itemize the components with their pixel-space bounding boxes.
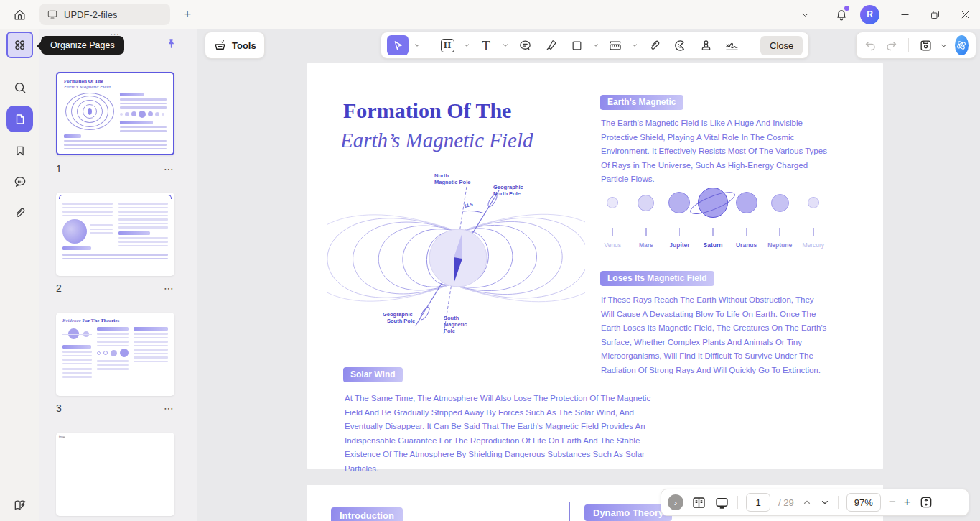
planet-tick xyxy=(645,228,647,236)
minimize-icon xyxy=(900,9,910,20)
svg-text:South Pole: South Pole xyxy=(387,318,415,324)
close-toolbar-button[interactable]: Close xyxy=(760,36,803,55)
shape-tool-button[interactable] xyxy=(566,35,587,55)
page-thumbnail-3[interactable]: Evidence For The Theories xyxy=(56,313,174,396)
page-thumbnail-2[interactable] xyxy=(56,193,174,276)
text-icon: T xyxy=(482,39,490,52)
planet-label: Mars xyxy=(639,241,653,249)
home-button[interactable] xyxy=(8,3,31,26)
next-page-button[interactable] xyxy=(820,497,830,507)
pdf-page-1[interactable]: Formation Of The Earth’s Magnetic Field … xyxy=(307,63,883,469)
restore-icon xyxy=(930,9,941,20)
zoom-level-input[interactable]: 97% xyxy=(846,493,881,512)
tools-button[interactable]: Tools xyxy=(205,32,265,59)
page-total: / 29 xyxy=(778,497,794,508)
organize-pages-button[interactable] xyxy=(6,32,33,58)
page-thumbnail-1[interactable]: Formation Of The Earth’s Magnetic Field xyxy=(56,72,174,155)
save-dropdown[interactable] xyxy=(940,42,948,50)
paperclip-icon xyxy=(648,39,661,52)
document-canvas: Tools H T xyxy=(197,29,980,521)
comment-tool-button[interactable] xyxy=(514,35,536,55)
signature-icon xyxy=(724,38,739,53)
doc-title-line2: Earth’s Magnetic Field xyxy=(340,129,533,152)
editing-toolbar: H T xyxy=(381,32,809,59)
column-divider xyxy=(569,502,570,521)
sticker-tool-button[interactable] xyxy=(669,35,691,55)
planet-mercury: Mercury xyxy=(796,186,830,249)
select-tool-button[interactable] xyxy=(387,35,409,55)
previous-page-button[interactable] xyxy=(802,497,812,507)
page-thumbnail-4[interactable]: true xyxy=(56,433,174,516)
stamp-tool-button[interactable] xyxy=(695,35,717,55)
collapse-bar-button[interactable]: › xyxy=(668,494,683,510)
pin-icon xyxy=(165,37,177,50)
planet-label: Mercury xyxy=(802,241,824,249)
home-icon xyxy=(13,8,27,22)
thumb2-number: 2 xyxy=(56,282,62,294)
search-icon xyxy=(13,80,27,95)
thumb2-menu[interactable]: ⋯ xyxy=(164,282,174,294)
thumb3-menu[interactable]: ⋯ xyxy=(164,402,174,414)
zoom-out-button[interactable]: − xyxy=(889,495,896,510)
measure-tool-button[interactable] xyxy=(605,35,626,55)
close-icon xyxy=(960,9,971,20)
organize-pages-tooltip: Organize Pages xyxy=(41,36,124,55)
ruler-icon xyxy=(608,38,622,52)
para-earths-magnetic: The Earth's Magnetic Field Is Like A Hug… xyxy=(601,116,832,187)
search-button[interactable] xyxy=(6,74,33,101)
tab-title: UPDF-2-files xyxy=(64,9,117,20)
tab-list-dropdown[interactable] xyxy=(801,10,810,19)
presentation-button[interactable] xyxy=(714,495,729,510)
avatar[interactable]: R xyxy=(860,5,879,24)
badge-loses-field: Loses Its Magnetic Field xyxy=(600,271,714,286)
minimize-button[interactable] xyxy=(890,0,920,29)
planet-circle xyxy=(638,195,654,211)
pin-panel-button[interactable] xyxy=(165,37,177,50)
page-layout-button[interactable] xyxy=(691,495,706,510)
zoom-in-button[interactable]: + xyxy=(904,495,911,510)
restore-button[interactable] xyxy=(920,0,950,29)
attach-tool-button[interactable] xyxy=(643,35,665,55)
redo-button[interactable] xyxy=(885,39,898,52)
left-icon-rail xyxy=(0,29,39,521)
text-tool-button[interactable]: T xyxy=(475,35,497,55)
thumbnails-panel-button[interactable] xyxy=(6,106,33,132)
ai-assistant-button[interactable] xyxy=(955,35,969,55)
fit-page-button[interactable] xyxy=(919,495,933,510)
comment-bubble-icon xyxy=(518,39,532,52)
tools-label: Tools xyxy=(232,40,256,51)
notifications-button[interactable] xyxy=(834,7,849,22)
thumb1-menu[interactable]: ⋯ xyxy=(164,163,174,175)
notification-dot xyxy=(844,6,849,11)
measure-tool-dropdown[interactable] xyxy=(630,42,639,49)
highlighter-tool-button[interactable] xyxy=(540,35,561,55)
comments-button[interactable] xyxy=(6,168,33,195)
label-south-magnetic: South xyxy=(444,315,459,321)
updf-window: UPDF-2-files + R xyxy=(0,0,980,521)
page-number-input[interactable]: 1 xyxy=(746,493,770,512)
planet-venus: Venus xyxy=(596,186,630,249)
signature-tool-button[interactable] xyxy=(721,35,742,55)
reader-mode-button[interactable] xyxy=(6,492,33,518)
planet-tick xyxy=(813,228,814,236)
document-tab[interactable]: UPDF-2-files xyxy=(39,4,170,25)
planet-circle xyxy=(668,192,690,213)
save-button[interactable] xyxy=(919,39,933,52)
shape-tool-dropdown[interactable] xyxy=(592,42,600,49)
undo-button[interactable] xyxy=(864,39,877,52)
bookmarks-button[interactable] xyxy=(6,137,33,164)
sticker-icon xyxy=(673,39,687,52)
attachments-button[interactable] xyxy=(6,200,33,226)
planet-circle xyxy=(808,197,819,208)
planet-circle xyxy=(736,192,757,213)
select-tool-dropdown[interactable] xyxy=(413,42,421,49)
planet-neptune: Neptune xyxy=(763,186,797,249)
heading-tool-button[interactable]: H xyxy=(437,35,458,55)
bookmark-icon xyxy=(14,144,27,157)
text-tool-dropdown[interactable] xyxy=(501,42,510,49)
planet-saturn: Saturn xyxy=(696,186,730,249)
new-tab-button[interactable]: + xyxy=(179,7,196,22)
close-window-button[interactable] xyxy=(950,0,980,29)
heading-tool-dropdown[interactable] xyxy=(462,42,471,49)
para-solar-wind: At The Same Time, The Atmosphere Will Al… xyxy=(345,392,665,476)
